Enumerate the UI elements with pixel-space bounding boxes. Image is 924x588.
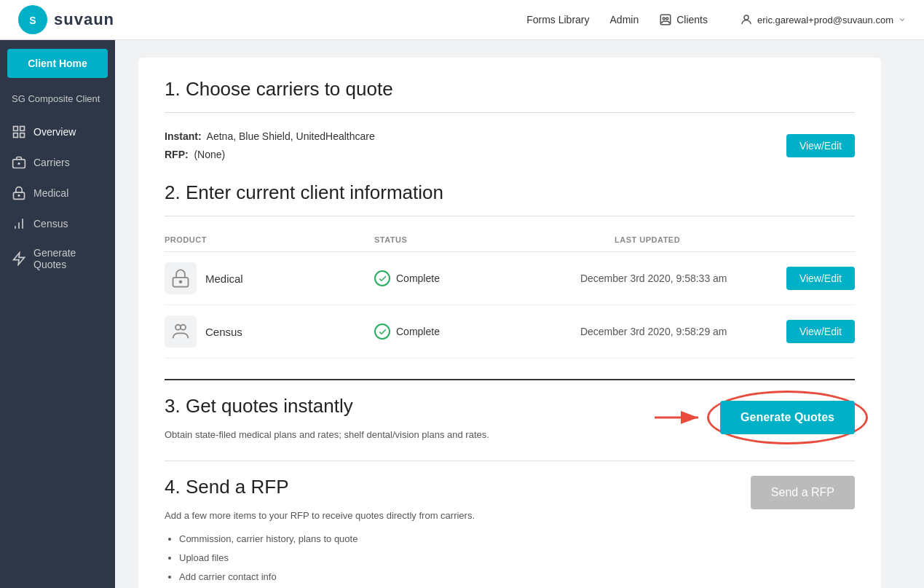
medical-product-icon xyxy=(170,268,191,289)
instant-label: Instant: xyxy=(165,130,202,142)
arrow-right-icon xyxy=(655,407,706,428)
sidebar-item-carriers-label: Carriers xyxy=(33,157,70,168)
section3-description: Obtain state-filed medical plans and rat… xyxy=(165,429,655,440)
sidebar-item-overview[interactable]: Overview xyxy=(0,117,115,146)
section3-right: Generate Quotes xyxy=(655,401,855,434)
medical-view-edit-button[interactable]: View/Edit xyxy=(786,267,855,290)
rfp-label: RFP: xyxy=(165,149,189,160)
logo-area: S suvaun xyxy=(17,4,526,35)
svg-rect-8 xyxy=(14,133,18,138)
svg-marker-18 xyxy=(14,253,25,265)
medical-status-cell: Complete xyxy=(374,270,574,286)
list-item: Upload files xyxy=(179,549,751,568)
svg-point-5 xyxy=(744,15,749,20)
brand-name: suvaun xyxy=(54,10,114,29)
sidebar-item-census-label: Census xyxy=(33,218,68,230)
section4-left: 4. Send a RFP Add a few more items to yo… xyxy=(165,476,751,587)
rfp-row: RFP: (None) xyxy=(165,146,375,164)
section3-title: 3. Get quotes instantly xyxy=(165,395,655,418)
carriers-info: Instant: Aetna, Blue Shield, UnitedHealt… xyxy=(165,128,855,164)
generate-quotes-wrapper: Generate Quotes xyxy=(720,401,855,434)
section2-divider xyxy=(165,216,855,216)
clients-link[interactable]: Clients xyxy=(659,13,708,26)
main-content: 1. Choose carriers to quote Instant: Aet… xyxy=(115,40,924,588)
svg-point-21 xyxy=(175,325,181,330)
medical-product-icon-box xyxy=(165,262,197,294)
sidebar-item-census[interactable]: Census xyxy=(0,209,115,238)
arrow-svg xyxy=(655,407,706,428)
svg-rect-6 xyxy=(14,127,18,131)
section4: 4. Send a RFP Add a few more items to yo… xyxy=(165,460,855,587)
col-last-updated: LAST UPDATED xyxy=(615,235,849,244)
sidebar-item-overview-label: Overview xyxy=(33,126,76,138)
send-rfp-button[interactable]: Send a RFP xyxy=(751,476,855,509)
sidebar-item-carriers[interactable]: Carriers xyxy=(0,148,115,177)
forms-library-link[interactable]: Forms Library xyxy=(526,14,589,26)
svg-point-14 xyxy=(18,195,20,197)
sidebar-item-medical-label: Medical xyxy=(33,187,68,199)
census-status-label: Complete xyxy=(396,326,440,337)
svg-point-4 xyxy=(666,17,668,20)
medical-check-icon xyxy=(378,274,387,283)
table-row: Medical Complete December 3rd 2020, 9:58… xyxy=(165,252,855,305)
table-row: Census Complete December 3rd 2020, 9:58:… xyxy=(165,305,855,358)
overview-icon xyxy=(12,125,26,139)
svg-rect-7 xyxy=(20,127,25,131)
nav-links: Forms Library Admin Clients eric.garewal… xyxy=(526,13,907,26)
section1-view-edit-button[interactable]: View/Edit xyxy=(786,134,855,157)
svg-text:S: S xyxy=(29,15,36,26)
section3: 3. Get quotes instantly Obtain state-fil… xyxy=(165,379,855,440)
section3-left: 3. Get quotes instantly Obtain state-fil… xyxy=(165,395,655,440)
col-product: PRODUCT xyxy=(165,235,368,244)
user-email: eric.garewal+prod@suvaun.com xyxy=(757,15,893,26)
suvaun-logo: S xyxy=(17,4,48,35)
census-check-icon xyxy=(378,327,387,337)
client-name: SG Composite Client xyxy=(0,87,115,117)
sidebar-item-generate-quotes-label: Generate Quotes xyxy=(33,247,103,270)
sidebar-item-generate-quotes[interactable]: Generate Quotes xyxy=(0,240,115,278)
medical-product-label: Medical xyxy=(205,273,243,285)
client-home-button[interactable]: Client Home xyxy=(7,49,108,78)
census-status-cell: Complete xyxy=(374,324,574,340)
instant-value: Aetna, Blue Shield, UnitedHealthcare xyxy=(207,130,375,142)
carriers-text: Instant: Aetna, Blue Shield, UnitedHealt… xyxy=(165,128,375,164)
clients-label: Clients xyxy=(676,14,708,26)
section4-list: Commission, carrier history, plans to qu… xyxy=(165,530,751,587)
col-status: STATUS xyxy=(374,235,609,244)
census-check-circle xyxy=(374,324,390,340)
census-view-edit-button[interactable]: View/Edit xyxy=(786,320,855,343)
list-item: Add carrier contact info xyxy=(179,568,751,587)
section2-title: 2. Enter current client information xyxy=(165,181,855,204)
medical-check-circle xyxy=(374,270,390,286)
svg-point-3 xyxy=(663,17,665,20)
list-item: Commission, carrier history, plans to qu… xyxy=(179,530,751,549)
top-navigation: S suvaun Forms Library Admin Clients eri… xyxy=(0,0,924,40)
sidebar-item-medical[interactable]: Medical xyxy=(0,179,115,208)
clients-icon xyxy=(659,13,672,26)
user-menu[interactable]: eric.garewal+prod@suvaun.com xyxy=(740,13,907,26)
sidebar-navigation: Overview Carriers Medical Census Generat… xyxy=(0,117,115,289)
census-product-icon xyxy=(170,321,191,342)
rfp-value: (None) xyxy=(194,149,225,160)
instant-row: Instant: Aetna, Blue Shield, UnitedHealt… xyxy=(165,128,375,146)
table-header: PRODUCT STATUS LAST UPDATED xyxy=(165,231,855,252)
census-last-updated: December 3rd 2020, 9:58:29 am xyxy=(580,326,781,337)
chevron-down-icon xyxy=(898,15,907,24)
census-product-icon-box xyxy=(165,315,197,348)
census-product-label: Census xyxy=(205,326,242,338)
medical-last-updated: December 3rd 2020, 9:58:33 am xyxy=(580,273,781,284)
generate-quotes-button[interactable]: Generate Quotes xyxy=(720,401,855,434)
generate-quotes-icon xyxy=(12,251,26,266)
section2: 2. Enter current client information PROD… xyxy=(165,181,855,358)
svg-point-20 xyxy=(180,281,182,283)
carriers-icon xyxy=(12,155,26,170)
section1-divider xyxy=(165,112,855,113)
section4-description: Add a few more items to your RFP to rece… xyxy=(165,510,751,521)
user-icon xyxy=(740,13,753,26)
medical-icon xyxy=(12,186,26,200)
medical-status-label: Complete xyxy=(396,273,440,284)
svg-rect-9 xyxy=(20,133,25,138)
medical-product-cell: Medical xyxy=(165,262,368,294)
admin-link[interactable]: Admin xyxy=(610,14,639,26)
section1-title: 1. Choose carriers to quote xyxy=(165,78,855,101)
